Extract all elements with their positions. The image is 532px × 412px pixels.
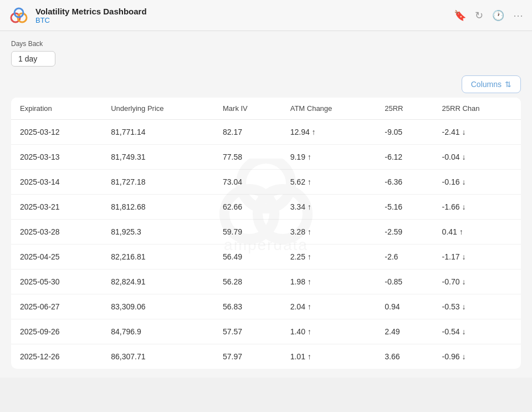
- toolbar-row: Columns ⇅: [11, 75, 521, 93]
- cell-expiration: 2025-09-26: [11, 319, 102, 344]
- cell-atm-change: 3.34 ↑: [282, 195, 376, 220]
- cell-25rr: -5.16: [376, 195, 433, 220]
- cell-underlying: 81,771.14: [102, 120, 214, 145]
- cell-markiv: 57.57: [214, 319, 282, 344]
- cell-underlying: 86,307.71: [102, 344, 214, 369]
- cell-25rr-change: 0.41 ↑: [433, 220, 521, 245]
- cell-expiration: 2025-04-25: [11, 245, 102, 269]
- table-row: 2025-12-26 86,307.71 57.97 1.01 ↑ 3.66 -…: [11, 344, 521, 369]
- cell-underlying: 82,824.91: [102, 269, 214, 294]
- cell-25rr: -9.05: [376, 120, 433, 145]
- table-row: 2025-03-21 81,812.68 62.66 3.34 ↑ -5.16 …: [11, 195, 521, 220]
- col-expiration: Expiration: [11, 98, 102, 120]
- cell-25rr: 3.66: [376, 344, 433, 369]
- table-row: 2025-06-27 83,309.06 56.83 2.04 ↑ 0.94 -…: [11, 294, 521, 319]
- cell-underlying: 81,749.31: [102, 145, 214, 170]
- cell-atm-change: 3.28 ↑: [282, 220, 376, 245]
- table-header: Expiration Underlying Price Mark IV ATM …: [11, 98, 521, 120]
- cell-expiration: 2025-12-26: [11, 344, 102, 369]
- more-icon[interactable]: ⋯: [513, 9, 523, 22]
- cell-25rr-change: -1.17 ↓: [433, 245, 521, 269]
- columns-filter-icon: ⇅: [505, 80, 511, 89]
- cell-underlying: 81,812.68: [102, 195, 214, 220]
- cell-25rr-change: -0.96 ↓: [433, 344, 521, 369]
- cell-25rr: 2.49: [376, 319, 433, 344]
- cell-atm-change: 5.62 ↑: [282, 170, 376, 195]
- days-back-select[interactable]: 1 day 3 days 7 days 30 days: [11, 51, 55, 67]
- col-underlying: Underlying Price: [102, 98, 214, 120]
- cell-atm-change: 9.19 ↑: [282, 145, 376, 170]
- cell-25rr-change: -0.04 ↓: [433, 145, 521, 170]
- title-bar-actions: 🔖 ↻ 🕐 ⋯: [454, 9, 523, 22]
- col-atmchange: ATM Change: [282, 98, 376, 120]
- cell-25rr-change: -0.54 ↓: [433, 319, 521, 344]
- cell-25rr: -0.85: [376, 269, 433, 294]
- table-row: 2025-03-13 81,749.31 77.58 9.19 ↑ -6.12 …: [11, 145, 521, 170]
- cell-underlying: 81,727.18: [102, 170, 214, 195]
- cell-atm-change: 1.98 ↑: [282, 269, 376, 294]
- title-bar: Volatility Metrics Dashboard BTC 🔖 ↻ 🕐 ⋯: [0, 0, 532, 31]
- app-logo: [9, 6, 29, 26]
- cell-expiration: 2025-03-13: [11, 145, 102, 170]
- app-subtitle: BTC: [35, 16, 454, 24]
- cell-25rr-change: -2.41 ↓: [433, 120, 521, 145]
- cell-atm-change: 12.94 ↑: [282, 120, 376, 145]
- cell-atm-change: 2.04 ↑: [282, 294, 376, 319]
- cell-markiv: 57.97: [214, 344, 282, 369]
- table-row: 2025-09-26 84,796.9 57.57 1.40 ↑ 2.49 -0…: [11, 319, 521, 344]
- cell-25rr: -2.6: [376, 245, 433, 269]
- table-row: 2025-03-14 81,727.18 73.04 5.62 ↑ -6.36 …: [11, 170, 521, 195]
- col-markiv: Mark IV: [214, 98, 282, 120]
- columns-button[interactable]: Columns ⇅: [462, 75, 521, 93]
- clock-icon[interactable]: 🕐: [492, 9, 504, 22]
- app-title: Volatility Metrics Dashboard: [35, 7, 454, 16]
- main-content: Days Back 1 day 3 days 7 days 30 days Co…: [0, 31, 532, 378]
- cell-atm-change: 1.01 ↑: [282, 344, 376, 369]
- cell-25rr-change: -0.16 ↓: [433, 170, 521, 195]
- days-back-label: Days Back: [11, 40, 521, 48]
- table-row: 2025-04-25 82,216.81 56.49 2.25 ↑ -2.6 -…: [11, 245, 521, 269]
- cell-expiration: 2025-03-21: [11, 195, 102, 220]
- cell-markiv: 82.17: [214, 120, 282, 145]
- cell-atm-change: 1.40 ↑: [282, 319, 376, 344]
- cell-underlying: 83,309.06: [102, 294, 214, 319]
- cell-markiv: 56.83: [214, 294, 282, 319]
- header-row: Expiration Underlying Price Mark IV ATM …: [11, 98, 521, 120]
- data-table: Expiration Underlying Price Mark IV ATM …: [11, 98, 521, 369]
- cell-underlying: 82,216.81: [102, 245, 214, 269]
- cell-markiv: 77.58: [214, 145, 282, 170]
- cell-25rr: 0.94: [376, 294, 433, 319]
- cell-underlying: 81,925.3: [102, 220, 214, 245]
- cell-25rr-change: -0.53 ↓: [433, 294, 521, 319]
- columns-label: Columns: [471, 80, 502, 89]
- cell-markiv: 56.28: [214, 269, 282, 294]
- cell-expiration: 2025-03-12: [11, 120, 102, 145]
- table-row: 2025-03-28 81,925.3 59.79 3.28 ↑ -2.59 0…: [11, 220, 521, 245]
- cell-25rr: -2.59: [376, 220, 433, 245]
- cell-markiv: 56.49: [214, 245, 282, 269]
- cell-markiv: 62.66: [214, 195, 282, 220]
- cell-25rr-change: -0.70 ↓: [433, 269, 521, 294]
- cell-expiration: 2025-03-14: [11, 170, 102, 195]
- cell-expiration: 2025-06-27: [11, 294, 102, 319]
- cell-markiv: 73.04: [214, 170, 282, 195]
- table-row: 2025-03-12 81,771.14 82.17 12.94 ↑ -9.05…: [11, 120, 521, 145]
- cell-markiv: 59.79: [214, 220, 282, 245]
- cell-expiration: 2025-03-28: [11, 220, 102, 245]
- cell-atm-change: 2.25 ↑: [282, 245, 376, 269]
- refresh-icon[interactable]: ↻: [475, 9, 483, 22]
- table-body: 2025-03-12 81,771.14 82.17 12.94 ↑ -9.05…: [11, 120, 521, 369]
- table-row: 2025-05-30 82,824.91 56.28 1.98 ↑ -0.85 …: [11, 269, 521, 294]
- col-25rr: 25RR: [376, 98, 433, 120]
- col-25rr-change: 25RR Chan: [433, 98, 521, 120]
- bookmark-icon[interactable]: 🔖: [454, 9, 466, 22]
- cell-25rr: -6.12: [376, 145, 433, 170]
- cell-25rr: -6.36: [376, 170, 433, 195]
- cell-underlying: 84,796.9: [102, 319, 214, 344]
- cell-25rr-change: -1.66 ↓: [433, 195, 521, 220]
- title-bar-text: Volatility Metrics Dashboard BTC: [35, 7, 454, 24]
- cell-expiration: 2025-05-30: [11, 269, 102, 294]
